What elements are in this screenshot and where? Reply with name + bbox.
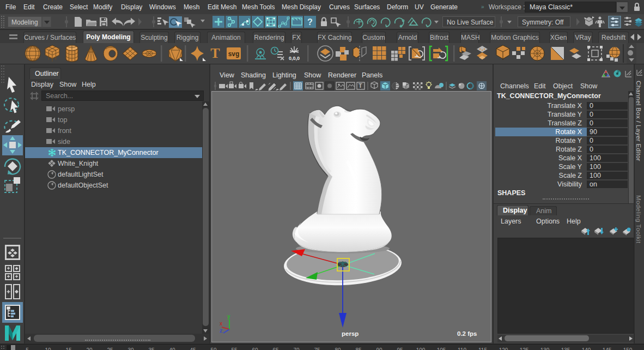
svg-text:135: 135 — [561, 347, 570, 350]
svg-text:115: 115 — [478, 347, 487, 350]
svg-text:0,0,0: 0,0,0 — [289, 56, 300, 61]
svg-text:90: 90 — [376, 347, 382, 350]
svg-text:65: 65 — [272, 347, 279, 350]
svg-text:150: 150 — [623, 347, 633, 350]
svg-text:140: 140 — [582, 347, 591, 350]
svg-text:10: 10 — [45, 347, 51, 350]
svg-text:70: 70 — [293, 347, 300, 350]
svg-text:30: 30 — [127, 347, 134, 350]
svg-text:T: T — [359, 82, 362, 89]
svg-text:125: 125 — [520, 347, 529, 350]
svg-text:5: 5 — [26, 347, 29, 350]
svg-text:80: 80 — [335, 347, 341, 350]
svg-text:45: 45 — [190, 347, 196, 350]
svg-text:y: y — [227, 313, 230, 319]
svg-text:20: 20 — [86, 347, 93, 350]
svg-text:100: 100 — [416, 347, 426, 350]
svg-text:z: z — [220, 328, 222, 334]
svg-text:svg: svg — [228, 50, 240, 58]
svg-text:x: x — [220, 321, 223, 327]
svg-text:75: 75 — [314, 347, 320, 350]
svg-text:60: 60 — [252, 347, 258, 350]
svg-text:T: T — [210, 45, 220, 61]
svg-text:35: 35 — [148, 347, 155, 350]
svg-text:50: 50 — [210, 347, 217, 350]
svg-text:85: 85 — [355, 347, 362, 350]
svg-text:105: 105 — [437, 347, 446, 350]
svg-text:130: 130 — [540, 347, 550, 350]
svg-text:120: 120 — [499, 347, 508, 350]
svg-text:40: 40 — [169, 347, 175, 350]
svg-text:145: 145 — [603, 347, 612, 350]
svg-text:95: 95 — [397, 347, 403, 350]
svg-text:25: 25 — [107, 347, 113, 350]
svg-text:55: 55 — [231, 347, 238, 350]
svg-text:?: ? — [307, 17, 313, 27]
svg-text:110: 110 — [458, 347, 466, 350]
svg-text:15: 15 — [65, 347, 72, 350]
